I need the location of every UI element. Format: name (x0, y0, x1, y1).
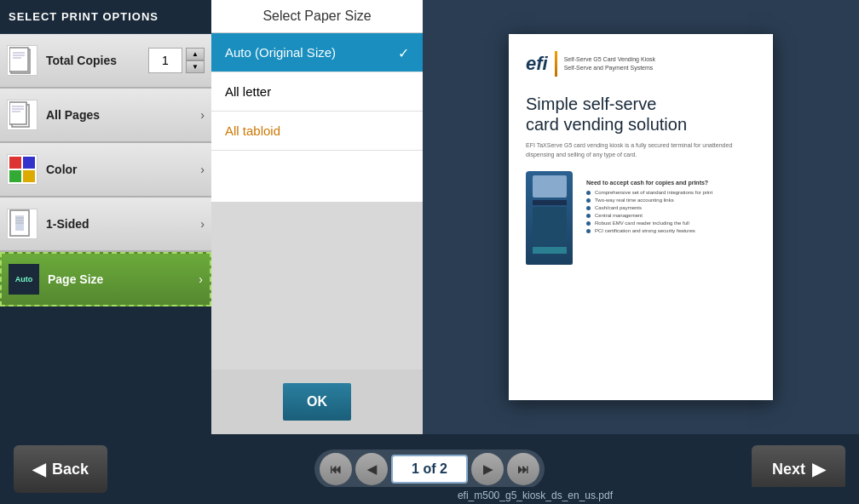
preview-heading: Simple self-servecard vending solution (526, 94, 756, 135)
one-sided-icon (7, 209, 37, 239)
page-current: 1 (412, 461, 419, 476)
efi-header: efi Self-Serve G5 Card Vending Kiosk Sel… (526, 51, 756, 77)
dropdown-item-letter[interactable]: All letter (211, 72, 423, 112)
page-size-row[interactable]: Auto Page Size › (0, 252, 211, 306)
bullet-3: Cash/card payments (586, 205, 712, 210)
next-button[interactable]: Next ▶ (752, 445, 845, 493)
color-row[interactable]: Color › (0, 143, 211, 198)
dropdown-item-auto[interactable]: Auto (Original Size) ✓ (211, 33, 423, 72)
copies-input[interactable] (148, 48, 182, 73)
svg-rect-13 (23, 170, 35, 182)
svg-rect-12 (23, 157, 35, 169)
bullet-5: Robust EMV card reader including the ful… (586, 220, 712, 226)
ok-button[interactable]: OK (283, 383, 351, 421)
preview-subtext: EFI TaXServe G5 card vending kiosk is a … (526, 141, 756, 159)
copies-down-button[interactable]: ▼ (186, 60, 205, 73)
copies-spinner: ▲ ▼ (186, 48, 205, 73)
prev-page-button[interactable]: ◀ (355, 453, 388, 485)
one-sided-row[interactable]: 1-Sided › (0, 198, 211, 252)
all-pages-arrow: › (200, 108, 205, 122)
copies-up-button[interactable]: ▲ (186, 48, 205, 60)
all-pages-label: All Pages (46, 108, 200, 122)
back-arrow-icon: ◀ (32, 459, 45, 479)
bullet-2: Two-way real time accounting links (586, 198, 712, 203)
all-pages-icon (7, 100, 37, 130)
dropdown-item-auto-label: Auto (Original Size) (225, 45, 336, 60)
next-arrow-icon: ▶ (812, 459, 825, 479)
bullet-1: Comprehensive set of standard integratio… (586, 190, 712, 195)
one-sided-label: 1-Sided (46, 217, 200, 231)
auto-badge: Auto (15, 275, 33, 284)
dropdown-item-tabloid-label: All tabloid (225, 123, 280, 138)
efi-logo-bar (555, 51, 557, 77)
dropdown-items: Auto (Original Size) ✓ All letter All ta… (211, 33, 423, 202)
all-pages-row[interactable]: All Pages › (0, 89, 211, 143)
efi-tagline: Self-Serve G5 Card Vending Kiosk Self-Se… (564, 55, 655, 72)
left-panel: SELECT PRINT OPTIONS Total Copies ▲ ▼ (0, 0, 211, 434)
color-icon (7, 154, 37, 185)
efi-logo: efi (526, 53, 548, 75)
svg-rect-1 (9, 48, 28, 72)
next-page-button[interactable]: ▶ (471, 453, 504, 485)
page-separator: of (423, 461, 440, 476)
total-copies-label: Total Copies (46, 54, 148, 67)
last-page-button[interactable]: ⏭ (507, 453, 539, 485)
page-indicator: 1 of 2 (391, 455, 468, 484)
bullet-4: Central management (586, 213, 712, 218)
dropdown-item-letter-label: All letter (225, 84, 271, 99)
paper-size-dropdown: Select Paper Size Auto (Original Size) ✓… (211, 0, 423, 434)
page-total: 2 (440, 461, 447, 476)
preview-kiosk (526, 171, 573, 265)
dropdown-title: Select Paper Size (211, 0, 423, 33)
filename-bar: efi_m500_g5_kiosk_ds_en_us.pdf (211, 487, 859, 504)
pagination-bar: ⏮ ◀ 1 of 2 ▶ ⏭ (314, 450, 545, 489)
back-button[interactable]: ◀ Back (14, 445, 107, 493)
left-panel-title: SELECT PRINT OPTIONS (0, 0, 211, 34)
preview-panel: efi Self-Serve G5 Card Vending Kiosk Sel… (423, 0, 859, 434)
first-page-button[interactable]: ⏮ (320, 453, 352, 485)
check-mark-icon: ✓ (398, 45, 409, 61)
dropdown-item-tabloid[interactable]: All tabloid (211, 112, 423, 151)
bullet-6: PCI certification and strong security fe… (586, 228, 712, 233)
copies-icon (7, 45, 37, 76)
page-size-icon: Auto (9, 264, 39, 295)
one-sided-arrow: › (200, 217, 205, 231)
back-label: Back (52, 461, 89, 478)
svg-rect-6 (9, 102, 26, 124)
color-arrow: › (200, 163, 205, 176)
preview-page: efi Self-Serve G5 Card Vending Kiosk Sel… (509, 34, 773, 400)
svg-rect-11 (9, 170, 21, 182)
ok-area: OK (211, 369, 423, 434)
svg-rect-10 (9, 157, 21, 169)
page-size-label: Page Size (48, 272, 199, 286)
next-label: Next (772, 461, 805, 478)
preview-content: efi Self-Serve G5 Card Vending Kiosk Sel… (526, 51, 756, 383)
color-label: Color (46, 163, 200, 176)
page-size-arrow: › (199, 272, 203, 286)
preview-bullets: Need to accept cash for copies and print… (586, 180, 712, 265)
total-copies-row: Total Copies ▲ ▼ (0, 34, 211, 89)
filename: efi_m500_g5_kiosk_ds_en_us.pdf (458, 490, 613, 501)
